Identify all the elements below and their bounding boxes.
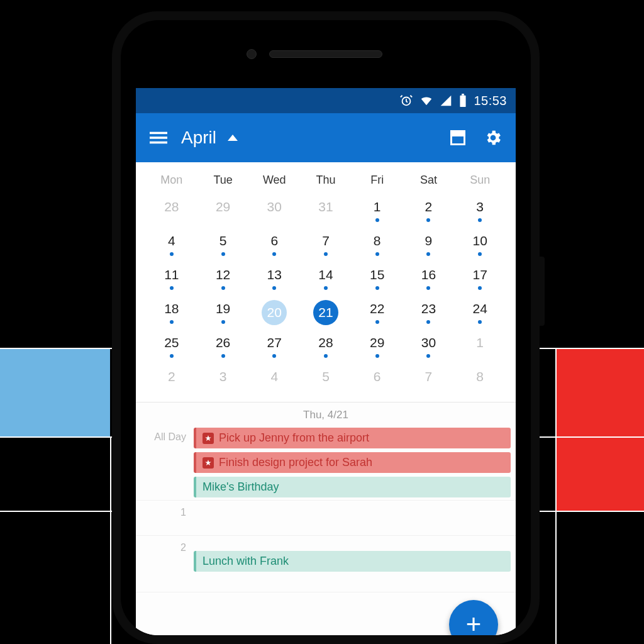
calendar-day[interactable]: 3 [454,194,506,228]
calendar-day[interactable]: 20 [248,296,300,330]
event-dot-icon [221,354,225,358]
calendar-day[interactable]: 4 [146,228,197,262]
day-number: 8 [476,368,484,386]
weekday-header: Fri [352,167,403,194]
event-dot-icon [324,252,328,256]
day-number: 7 [322,232,330,250]
event-title: Pick up Jenny from the airport [219,431,369,445]
add-event-fab[interactable]: + [449,600,498,635]
calendar-day[interactable]: 8 [454,364,506,398]
timed-event[interactable]: Lunch with Frank [194,551,511,572]
event-dot-icon [221,252,225,256]
calendar-day[interactable]: 1 [352,194,403,228]
calendar-day[interactable]: 30 [403,330,455,364]
allday-event[interactable]: Mike's Birthday [194,477,511,497]
phone-camera [247,49,257,59]
phone-frame: 15:53 April MonTueWedT [112,11,540,644]
day-number: 17 [472,266,487,284]
event-dot-icon [426,252,430,256]
calendar-day[interactable]: 19 [197,296,249,330]
day-number: 8 [374,232,381,250]
day-number: 29 [370,334,384,352]
calendar-day[interactable]: 22 [352,296,403,330]
calendar-day[interactable]: 4 [248,364,300,398]
day-number: 18 [164,300,179,318]
svg-rect-2 [462,94,465,96]
event-dot-icon [426,354,430,358]
day-number: 28 [164,198,179,216]
today-button[interactable] [440,120,475,155]
day-number: 2 [168,368,175,386]
calendar-day[interactable]: 18 [146,296,197,330]
calendar-day[interactable]: 23 [403,296,455,330]
calendar-day[interactable]: 6 [248,228,300,262]
weekday-header: Wed [248,167,300,194]
calendar-day[interactable]: 11 [146,262,197,296]
calendar-day[interactable]: 7 [300,228,352,262]
event-dot-icon [478,218,482,222]
calendar-day[interactable]: 30 [248,194,300,228]
wifi-icon [419,94,433,108]
calendar-day[interactable]: 5 [300,364,352,398]
day-number: 19 [216,300,230,318]
allday-event[interactable]: Pick up Jenny from the airport [194,428,511,448]
month-selector[interactable]: April [181,128,440,148]
phone-earpiece [269,50,382,58]
event-dot-icon [375,286,379,290]
event-dot-icon [170,286,174,290]
menu-button[interactable] [141,120,176,155]
event-dot-icon [272,286,276,290]
calendar-day[interactable]: 29 [352,330,403,364]
calendar-day[interactable]: 24 [454,296,506,330]
event-dot-icon [375,252,379,256]
allday-event[interactable]: Finish design project for Sarah [194,452,511,473]
calendar-day[interactable]: 25 [146,330,197,364]
svg-rect-3 [150,132,167,135]
calendar-day[interactable]: 10 [454,228,506,262]
day-number: 4 [168,232,175,250]
calendar-day[interactable]: 2 [146,364,197,398]
day-number: 26 [216,334,230,352]
event-dot-icon [272,252,276,256]
event-title: Mike's Birthday [203,480,279,494]
calendar-day[interactable]: 28 [300,330,352,364]
calendar-day[interactable]: 3 [197,364,249,398]
calendar-day[interactable]: 17 [454,262,506,296]
calendar-day[interactable]: 16 [403,262,455,296]
calendar-day[interactable]: 14 [300,262,352,296]
settings-button[interactable] [475,120,511,155]
gear-icon [484,128,502,147]
calendar-day[interactable]: 8 [352,228,403,262]
calendar-day[interactable]: 1 [454,330,506,364]
plus-icon: + [466,611,482,635]
calendar-day[interactable]: 5 [197,228,249,262]
calendar-day[interactable]: 13 [248,262,300,296]
calendar-day[interactable]: 7 [403,364,455,398]
calendar-day[interactable]: 28 [146,194,197,228]
event-dot-icon [478,320,482,324]
calendar-day[interactable]: 6 [352,364,403,398]
event-dot-icon [426,286,430,290]
svg-rect-5 [150,142,167,144]
day-number: 12 [216,266,230,284]
calendar-day[interactable]: 27 [248,330,300,364]
calendar-day[interactable]: 26 [197,330,249,364]
wunderlist-icon [203,433,214,444]
calendar-day[interactable]: 2 [403,194,455,228]
allday-label: All Day [136,425,194,500]
event-dot-icon [426,218,430,222]
calendar-day[interactable]: 12 [197,262,249,296]
calendar-day[interactable]: 15 [352,262,403,296]
event-dot-icon [170,252,174,256]
calendar-day[interactable]: 21 [300,296,352,330]
day-number: 23 [421,300,436,318]
calendar-day[interactable]: 29 [197,194,249,228]
event-dot-icon [272,354,276,358]
day-number: 24 [472,300,487,318]
weekday-header: Sat [403,167,455,194]
cellular-icon [440,94,452,107]
calendar-day[interactable]: 31 [300,194,352,228]
calendar-day[interactable]: 9 [403,228,455,262]
svg-rect-7 [452,131,465,136]
day-number: 7 [425,368,433,386]
